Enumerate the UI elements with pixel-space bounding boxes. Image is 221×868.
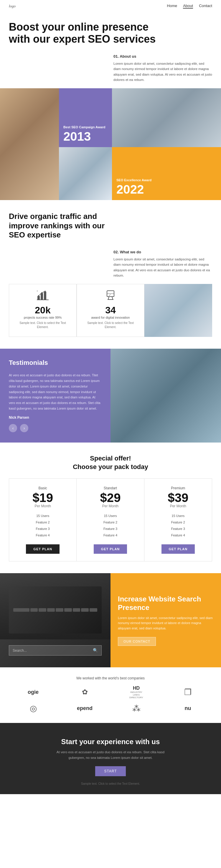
svg-rect-3 <box>37 291 38 291</box>
what-label: 02. What we do <box>113 250 212 254</box>
price-features-basic: 15 Users Feature 2 Feature 3 Feature 4 <box>13 513 72 538</box>
hero-section: Boost your online presence with our expe… <box>0 12 221 51</box>
testimonial-author: Nick Parsen <box>9 415 102 420</box>
what-text: 02. What we do Lorem ipsum dolor sit ame… <box>113 250 212 278</box>
about-body: Lorem ipsum dolor sit amet, consectetur … <box>113 61 212 83</box>
feature-item: Feature 2 <box>13 519 72 526</box>
search-bar[interactable]: 🔍 <box>9 645 102 656</box>
testimonial-quote: At vero eos et accusam et justo duo dolo… <box>9 372 102 411</box>
feature-item: 15 Users <box>13 513 72 519</box>
company-epend: epend <box>60 702 109 714</box>
what-we-do-section: 02. What we do Lorem ipsum dolor sit ame… <box>0 250 221 284</box>
svg-line-10 <box>112 297 113 300</box>
search-input[interactable] <box>13 649 93 653</box>
svg-rect-2 <box>44 291 46 300</box>
price-card-premium: Premium $39 Per Month 15 Users Feature 2… <box>144 479 212 561</box>
nav-links: Home About Contact <box>167 3 212 8</box>
price-features-premium: 15 Users Feature 2 Feature 3 Feature 4 <box>149 513 208 538</box>
feature-item: Feature 4 <box>13 532 72 538</box>
logo: logo <box>9 4 16 8</box>
about-label: 01. About us <box>113 54 212 59</box>
stat-desc-20k: Sample text. Click to select the Text El… <box>15 321 71 329</box>
price-period-premium: Per Month <box>149 504 208 508</box>
price-period-standart: Per Month <box>81 504 139 508</box>
search-heading: Increase Website Search Presence <box>118 595 214 612</box>
price-tier-basic: Basic <box>13 486 72 490</box>
search-right: Increase Website Search Presence Lorem i… <box>111 573 221 667</box>
nav-home[interactable]: Home <box>167 3 177 8</box>
footer-note: Sample text. Click to select the Text El… <box>9 782 212 785</box>
svg-text:✓: ✓ <box>109 293 111 297</box>
stat-photo <box>144 284 212 337</box>
svg-line-9 <box>108 297 109 300</box>
price-card-standart: Standart $29 Per Month 15 Users Feature … <box>77 479 144 561</box>
svg-rect-0 <box>37 296 40 300</box>
award-year-2022: 2022 <box>116 183 217 196</box>
feature-item: Feature 3 <box>149 526 208 532</box>
company-nu: nu <box>164 702 212 714</box>
company-icon-5: ◎ <box>9 702 57 714</box>
feature-item: Feature 4 <box>149 532 208 538</box>
start-button[interactable]: START <box>95 766 126 776</box>
price-amount-standart: $29 <box>81 492 139 504</box>
stat-card-20k: 20k projects success rate 99% Sample tex… <box>9 284 77 337</box>
testimonials-section: Testimonials At vero eos et accusam et j… <box>0 349 221 442</box>
pricing-section: Special offer! Choose your pack today Ba… <box>0 442 221 573</box>
stat-number-34: 34 <box>83 305 138 316</box>
award-purple-2013: Best SEO Campaign Award 2013 <box>59 88 112 147</box>
award-photo-woman <box>0 88 59 200</box>
company-hd: HD INDUSTRYLINKSDIRECTORY <box>112 686 161 698</box>
company-icon-7: ⁂ <box>112 702 161 714</box>
price-features-standart: 15 Users Feature 2 Feature 3 Feature 4 <box>81 513 139 538</box>
award-year-2013: 2013 <box>63 130 108 143</box>
stat-label-20k: projects success rate 99% <box>15 316 71 319</box>
companies-intro: We worked with the world's best companie… <box>9 676 212 680</box>
feature-item: Feature 3 <box>13 526 72 532</box>
what-body: Lorem ipsum dolor sit amet, consectetur … <box>113 256 212 278</box>
price-amount-basic: $19 <box>13 492 72 504</box>
nav-contact[interactable]: Contact <box>199 3 212 8</box>
about-section: 01. About us Lorem ipsum dolor sit amet,… <box>0 51 221 89</box>
hero-heading: Boost your online presence with our expe… <box>9 21 156 45</box>
testimonials-heading: Testimonials <box>9 359 102 367</box>
about-text: 01. About us Lorem ipsum dolor sit amet,… <box>113 54 212 83</box>
company-icon-2: ✿ <box>60 686 109 698</box>
svg-rect-1 <box>41 293 43 300</box>
awards-grid: Best SEO Campaign Award 2013 SEO Excelle… <box>0 88 221 200</box>
get-plan-premium-button[interactable]: GET PLAN <box>162 544 195 554</box>
our-contact-button[interactable]: OUR CONTACT <box>118 637 156 646</box>
testimonial-arrows: ‹ › <box>9 424 102 432</box>
cta-footer: Start your experience with us At vero eo… <box>0 723 221 794</box>
testimonial-photo <box>111 349 221 442</box>
feature-item: Feature 2 <box>149 519 208 526</box>
award-yellow-2022: SEO Excellence Award 2022 <box>112 147 221 200</box>
feature-item: 15 Users <box>149 513 208 519</box>
company-icon-4: ❐ <box>164 686 212 698</box>
companies-section: We worked with the world's best companie… <box>0 667 221 723</box>
companies-grid: ogie ✿ HD INDUSTRYLINKSDIRECTORY ❐ ◎ epe… <box>9 686 212 714</box>
award-title-2013: Best SEO Campaign Award <box>63 125 108 129</box>
price-amount-premium: $39 <box>149 492 208 504</box>
stat-label-34: award for digital innovation <box>83 316 138 319</box>
price-tier-standart: Standart <box>81 486 139 490</box>
feature-item: Feature 4 <box>81 532 139 538</box>
company-ogie: ogie <box>9 686 57 698</box>
get-plan-standart-button[interactable]: GET PLAN <box>94 544 127 554</box>
search-left: 🔍 <box>0 573 111 667</box>
nav-about[interactable]: About <box>183 3 193 8</box>
cta-body: At vero eos et accusam et justo duo dolo… <box>49 749 172 760</box>
feature-item: Feature 3 <box>81 526 139 532</box>
search-banner: 🔍 Increase Website Search Presence Lorem… <box>0 573 221 667</box>
feature-item: Feature 2 <box>81 519 139 526</box>
award-photo-woman2 <box>112 88 221 147</box>
navigation: logo Home About Contact <box>0 0 221 12</box>
search-icon: 🔍 <box>93 648 98 653</box>
award-title-2022: SEO Excellence Award <box>116 178 217 182</box>
get-plan-basic-button[interactable]: GET PLAN <box>26 544 59 554</box>
testimonial-left: Testimonials At vero eos et accusam et j… <box>0 349 111 442</box>
prev-testimonial-button[interactable]: ‹ <box>9 424 17 432</box>
organic-heading: Drive organic traffic and improve rankin… <box>9 212 121 240</box>
organic-section: Drive organic traffic and improve rankin… <box>0 200 221 250</box>
price-card-basic: Basic $19 Per Month 15 Users Feature 2 F… <box>9 479 77 561</box>
next-testimonial-button[interactable]: › <box>20 424 28 432</box>
